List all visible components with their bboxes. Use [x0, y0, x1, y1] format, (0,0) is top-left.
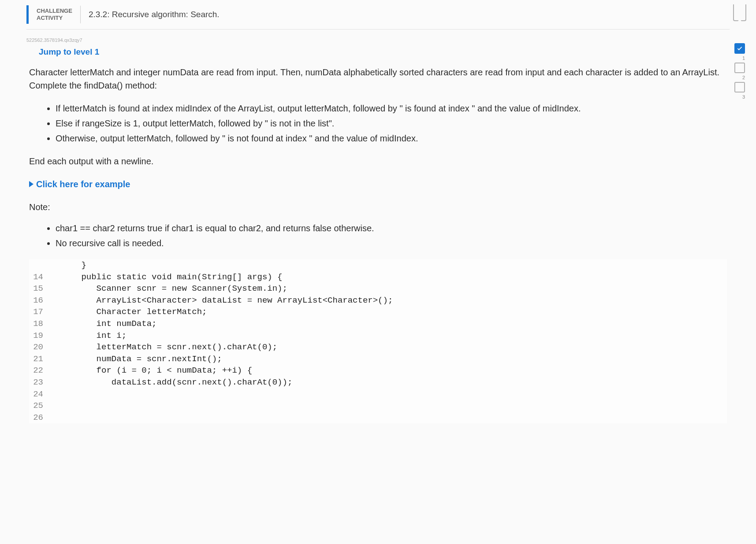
triangle-right-icon	[29, 181, 34, 187]
challenge-label-bottom: ACTIVITY	[37, 15, 72, 22]
line-number: 14	[29, 271, 43, 283]
code-line[interactable]: int numData;	[51, 318, 393, 330]
list-item: char1 == char2 returns true if char1 is …	[56, 222, 727, 235]
bookmark-icon[interactable]	[733, 4, 746, 21]
step-number-3: 3	[742, 94, 745, 100]
tracking-id: 522562.3578194.qx3zqy7	[26, 30, 730, 45]
line-number: 26	[29, 412, 43, 424]
challenge-activity-label: CHALLENGE ACTIVITY	[37, 7, 72, 21]
code-line[interactable]: public static void main(String[] args) {	[51, 271, 393, 283]
code-line[interactable]: for (i = 0; i < numData; ++i) {	[51, 365, 393, 377]
code-line[interactable]: Character letterMatch;	[51, 306, 393, 318]
line-number: 18	[29, 318, 43, 330]
code-line[interactable]: dataList.add(scnr.next().charAt(0));	[51, 377, 393, 389]
instructions-list: If letterMatch is found at index midInde…	[29, 102, 727, 145]
step-number-2: 2	[742, 75, 745, 80]
line-number: 24	[29, 389, 43, 400]
check-icon	[737, 45, 743, 52]
notes-list: char1 == char2 returns true if char1 is …	[29, 222, 727, 250]
line-number: 17	[29, 306, 43, 318]
activity-title: 2.3.2: Recursive algorithm: Search.	[89, 10, 220, 19]
end-output-paragraph: End each output with a newline.	[29, 155, 727, 168]
vertical-divider	[80, 6, 81, 23]
code-line[interactable]: int i;	[51, 330, 393, 342]
code-line[interactable]: ArrayList<Character> dataList = new Arra…	[51, 295, 393, 307]
list-item: No recursive call is needed.	[56, 237, 727, 250]
activity-content: Character letterMatch and integer numDat…	[26, 66, 730, 423]
code-line[interactable]: numData = scnr.nextInt();	[51, 353, 393, 365]
code-editor[interactable]: ⤶14151617181920212223242526 } public sta…	[29, 259, 727, 423]
accent-bar	[26, 5, 29, 24]
line-number-gutter: ⤶14151617181920212223242526	[29, 259, 51, 423]
level-step-3[interactable]: 3	[734, 82, 745, 93]
example-toggle[interactable]: Click here for example	[29, 178, 727, 191]
list-item: Otherwise, output letterMatch, followed …	[56, 132, 727, 145]
line-number: 23	[29, 377, 43, 389]
line-number: 16	[29, 295, 43, 307]
challenge-label-top: CHALLENGE	[37, 7, 72, 15]
line-number: 21	[29, 353, 43, 365]
level-step-2[interactable]: 2	[734, 63, 745, 73]
list-item: Else if rangeSize is 1, output letterMat…	[56, 117, 727, 130]
line-number: 19	[29, 330, 43, 342]
level-step-1[interactable]: 1	[734, 43, 745, 54]
intro-paragraph: Character letterMatch and integer numDat…	[29, 66, 727, 92]
example-toggle-label: Click here for example	[36, 178, 130, 191]
line-number: 15	[29, 283, 43, 295]
progress-rail: 1 2 3	[733, 0, 746, 93]
activity-header: CHALLENGE ACTIVITY 2.3.2: Recursive algo…	[26, 0, 730, 30]
note-label: Note:	[29, 200, 727, 214]
code-line[interactable]: letterMatch = scnr.next().charAt(0);	[51, 341, 393, 353]
header-left-group: CHALLENGE ACTIVITY 2.3.2: Recursive algo…	[26, 5, 220, 24]
jump-to-level-link[interactable]: Jump to level 1	[26, 45, 730, 66]
step-number-1: 1	[742, 56, 745, 61]
code-line[interactable]: }	[51, 259, 393, 271]
line-number: 20	[29, 341, 43, 353]
line-number: 25	[29, 400, 43, 412]
line-number: 22	[29, 365, 43, 377]
code-line[interactable]: Scanner scnr = new Scanner(System.in);	[51, 283, 393, 295]
code-content[interactable]: } public static void main(String[] args)…	[51, 259, 393, 423]
list-item: If letterMatch is found at index midInde…	[56, 102, 727, 115]
page-container: CHALLENGE ACTIVITY 2.3.2: Recursive algo…	[0, 0, 756, 544]
